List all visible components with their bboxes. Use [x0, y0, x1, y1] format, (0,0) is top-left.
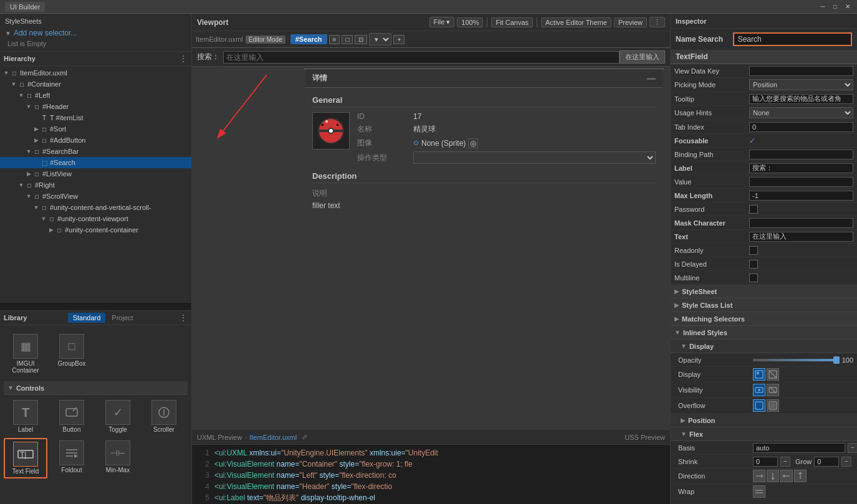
layout-btn-2[interactable]: ⊡	[355, 35, 367, 44]
toggle-ctrl-label: Toggle	[108, 426, 127, 433]
lib-item-textfield[interactable]: T| Text Field	[4, 438, 47, 478]
search-confirm-btn[interactable]: 在这里输入	[620, 50, 665, 64]
element-type-select[interactable]: ▾	[369, 33, 391, 45]
display-flex-btn[interactable]	[753, 368, 765, 381]
hierarchy-item-listview[interactable]: ▶ □ #ListView	[0, 168, 191, 179]
direction-row-btn[interactable]	[753, 470, 765, 482]
hierarchy-item-content-viewport[interactable]: ▼ □ #unity-content-viewport	[0, 213, 191, 224]
overflow-visible-btn[interactable]	[753, 399, 765, 412]
add-child-btn[interactable]: +	[393, 35, 405, 44]
flex-row-btn[interactable]: ≡	[329, 35, 340, 44]
focusable-checkbox[interactable]: ✓	[749, 136, 755, 145]
lib-item-button[interactable]: Button	[50, 397, 93, 435]
display-section[interactable]: ▼ Display	[671, 340, 857, 353]
theme-select[interactable]: Active Editor Theme	[541, 17, 611, 27]
hierarchy-item-left[interactable]: ▼ □ #Left	[0, 90, 191, 101]
hierarchy-item-container[interactable]: ▼ □ #Container	[0, 78, 191, 90]
canvas-viewport: ItemEditor.uxml Editor Mode #Search ≡ □ …	[192, 31, 670, 429]
lib-item-minmax[interactable]: ⊣⊢ Min-Max	[96, 438, 140, 478]
hierarchy-menu-button[interactable]: ⋮	[179, 54, 188, 64]
matching-selectors-section[interactable]: ▶ Matching Selectors	[671, 312, 857, 326]
visibility-visible-btn[interactable]	[753, 384, 765, 396]
tooltip-input[interactable]	[749, 94, 853, 104]
shrink-input[interactable]	[753, 457, 778, 467]
search-input[interactable]	[223, 51, 620, 64]
position-section[interactable]: ▶ Position	[671, 414, 857, 427]
lib-item-foldout[interactable]: Foldout	[50, 438, 93, 478]
max-length-input[interactable]	[749, 191, 853, 201]
basis-input[interactable]	[753, 443, 845, 453]
textfield-icon: T|	[13, 442, 38, 467]
binding-path-input[interactable]	[749, 150, 853, 159]
lib-item-toggle[interactable]: ✓ Toggle	[96, 397, 140, 435]
multiline-checkbox[interactable]	[749, 273, 758, 282]
password-checkbox[interactable]	[749, 205, 758, 214]
hierarchy-item-root[interactable]: ▼ □ ItemEditor.uxml	[0, 67, 191, 78]
maximize-button[interactable]: □	[831, 2, 840, 11]
hierarchy-item-right[interactable]: ▼ □ #Right	[0, 179, 191, 191]
stylesheet-section[interactable]: ▶ StyleSheet	[671, 285, 857, 298]
image-field: ⊙ None (Sprite) ◎	[413, 138, 656, 148]
hierarchy-item-header[interactable]: ▼ □ #Header	[0, 101, 191, 112]
lib-item-scroller[interactable]: Scroller	[142, 397, 186, 435]
tab-index-input[interactable]	[749, 122, 853, 132]
zoom-select[interactable]: 100%	[457, 17, 483, 27]
hierarchy-item-itemlist[interactable]: T T #itemList	[0, 112, 191, 123]
inlined-styles-section[interactable]: ▼ Inlined Styles	[671, 326, 857, 340]
action-type-select[interactable]	[413, 151, 656, 164]
lib-item-groupbox[interactable]: □ GroupBox	[50, 331, 93, 376]
grow-decrement[interactable]: −	[841, 457, 851, 467]
hierarchy-item-content-container[interactable]: ▶ □ #unity-content-container	[0, 224, 191, 235]
hierarchy-item-search[interactable]: ⬚ #Search	[0, 157, 191, 168]
mask-character-input[interactable]	[749, 218, 853, 228]
library-menu-button[interactable]: ⋮	[179, 313, 188, 323]
controls-collapse[interactable]: ▼ Controls	[4, 381, 188, 395]
hierarchy-item-content-scroll[interactable]: ▼ □ #unity-content-and-vertical-scroll-	[0, 202, 191, 213]
display-none-btn[interactable]	[767, 368, 779, 381]
text-input[interactable]	[749, 232, 853, 242]
close-button[interactable]: ✕	[843, 2, 852, 11]
direction-col-rev-btn[interactable]	[794, 470, 807, 482]
grow-input[interactable]	[814, 457, 839, 467]
view-data-key-input[interactable]	[749, 66, 853, 76]
overflow-hidden-btn[interactable]	[767, 399, 779, 412]
lib-item-imgui[interactable]: ▦ IMGUI Container	[4, 331, 47, 376]
tab-standard[interactable]: Standard	[68, 313, 106, 323]
direction-row-rev-btn[interactable]	[780, 470, 793, 482]
picking-mode-select[interactable]: Position	[749, 79, 853, 90]
name-search-input[interactable]	[733, 32, 852, 46]
selected-element[interactable]: #Search	[290, 34, 327, 44]
usage-hints-select[interactable]: None	[749, 107, 853, 118]
readonly-checkbox[interactable]	[749, 246, 758, 255]
basis-decrement[interactable]: −	[848, 443, 857, 453]
shrink-decrement[interactable]: −	[780, 457, 790, 467]
label-input[interactable]	[749, 163, 853, 173]
opacity-slider-thumb[interactable]	[833, 356, 840, 364]
layout-btn-1[interactable]: □	[342, 35, 353, 44]
hierarchy-item-searchbar[interactable]: ▼ □ #SearchBar	[0, 146, 191, 157]
value-input[interactable]	[749, 177, 853, 187]
fit-canvas-btn[interactable]: Fit Canvas	[491, 17, 533, 27]
style-class-list-section[interactable]: ▶ Style Class List	[671, 298, 857, 312]
file-menu[interactable]: File ▾	[429, 17, 455, 27]
visibility-hidden-btn[interactable]	[767, 384, 779, 396]
external-link-btn[interactable]: ⬀	[302, 433, 307, 441]
add-selector-button[interactable]: ▼ Add new selector...	[2, 27, 189, 39]
hierarchy-item-sort[interactable]: ▶ □ #Sort	[0, 123, 191, 135]
preview-btn[interactable]: Preview	[614, 17, 647, 27]
flex-section[interactable]: ▼ Flex	[671, 427, 857, 441]
is-delayed-checkbox[interactable]	[749, 260, 758, 269]
minimize-button[interactable]: ─	[818, 2, 827, 11]
lib-item-label[interactable]: T Label	[4, 397, 47, 435]
tab-project[interactable]: Project	[107, 313, 138, 323]
more-options-btn[interactable]: ⋮	[649, 17, 665, 27]
hierarchy-item-addbutton[interactable]: ▶ □ #AddButton	[0, 135, 191, 146]
sprite-select-btn[interactable]: ◎	[468, 138, 478, 148]
wrap-nowrap-btn[interactable]	[753, 485, 765, 498]
hierarchy-scrollbar-h[interactable]	[0, 303, 191, 310]
direction-col-btn[interactable]	[767, 470, 779, 482]
hierarchy-item-scrollview[interactable]: ▼ □ #ScrollView	[0, 191, 191, 202]
general-section-title: General	[312, 95, 656, 107]
style-class-list-label: Style Class List	[682, 302, 732, 309]
detail-close-btn[interactable]: —	[647, 74, 656, 83]
